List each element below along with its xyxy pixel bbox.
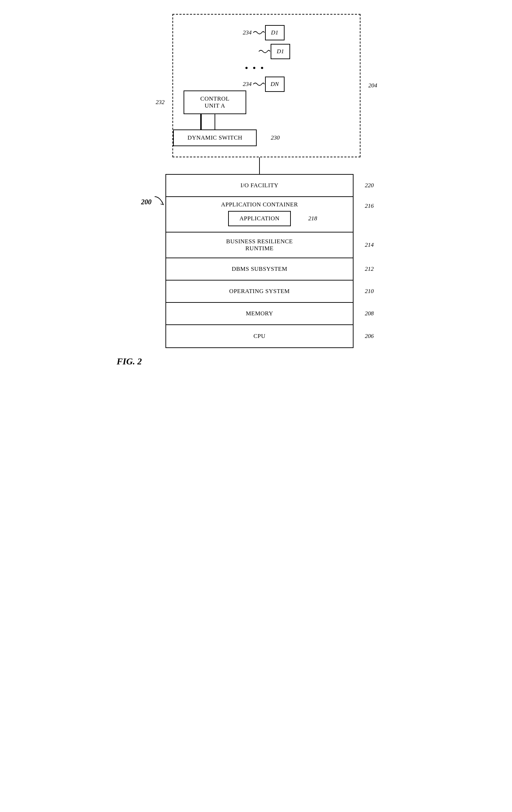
dashed-box-ref: 204 (369, 82, 378, 89)
cable-squiggle-1 (253, 29, 265, 37)
io-facility-text: I/O FACILITY (240, 176, 278, 195)
io-facility-ref: 220 (365, 182, 374, 189)
dynamic-switch-box: DYNAMIC SWITCH (173, 129, 257, 146)
channel-ref-n: 234 (243, 81, 252, 88)
dots-separator: • • • (245, 63, 288, 73)
main-system-box: I/O FACILITY 220 APPLICATION CONTAINER A… (165, 174, 354, 348)
control-unit-ref: 232 (156, 99, 165, 106)
dbms-text: DBMS SUBSYSTEM (232, 260, 287, 278)
app-container-title: APPLICATION CONTAINER (173, 201, 346, 208)
disk-dn-box: DN (265, 77, 285, 92)
disk-units-area: 234 D1 (243, 25, 290, 92)
control-unit-box: CONTROL UNIT A (184, 90, 246, 114)
dynamic-switch-label: DYNAMIC SWITCH (187, 134, 242, 141)
memory-ref: 208 (365, 310, 374, 317)
memory-layer: MEMORY 208 (166, 303, 353, 325)
dbms-ref: 212 (365, 266, 374, 273)
memory-text: MEMORY (246, 305, 273, 323)
app-container-layer: APPLICATION CONTAINER APPLICATION 218 21… (166, 197, 353, 232)
cable-squiggle-n (253, 80, 265, 88)
control-unit-text-line2: UNIT A (193, 102, 237, 109)
biz-resilience-layer: BUSINESS RESILIENCE RUNTIME 214 (166, 232, 353, 258)
channel-ref-1: 234 (243, 29, 252, 36)
dots-text: • • • (245, 63, 265, 73)
io-facility-layer: I/O FACILITY 220 (166, 175, 353, 197)
control-unit-text-line1: CONTROL (193, 95, 237, 102)
diagram-page: 234 D1 (106, 14, 406, 367)
disk-d1-box: D1 (265, 25, 285, 40)
app-inner-ref: 218 (308, 215, 317, 222)
cpu-layer: CPU 206 (166, 325, 353, 347)
switch-ref: 230 (271, 134, 280, 141)
biz-resilience-line1: BUSINESS RESILIENCE (226, 238, 293, 245)
vert-line-ctrl-switch (215, 114, 215, 129)
figure-label: FIG. 2 (117, 356, 142, 367)
os-layer: OPERATING SYSTEM 210 (166, 281, 353, 303)
disk-dn-label: DN (271, 81, 279, 88)
os-ref: 210 (365, 288, 374, 295)
application-box: APPLICATION (228, 211, 290, 226)
cpu-ref: 206 (365, 333, 374, 340)
biz-resilience-line2: RUNTIME (226, 245, 293, 252)
biz-resilience-text: BUSINESS RESILIENCE RUNTIME (226, 232, 293, 258)
cable-squiggle-2 (258, 48, 271, 55)
connector-between-boxes (259, 157, 260, 174)
biz-resilience-ref: 214 (365, 242, 374, 249)
disk-d1b-label: D1 (277, 48, 284, 55)
app-inner-wrapper: APPLICATION 218 (228, 211, 290, 226)
disk-d1-label: D1 (271, 29, 278, 36)
disk-d1b-box: D1 (271, 44, 290, 59)
system-ref-label: 200 (141, 198, 152, 206)
application-label: APPLICATION (239, 215, 279, 222)
os-text: OPERATING SYSTEM (229, 282, 290, 300)
cpu-text: CPU (254, 327, 266, 345)
app-container-ref: 216 (365, 203, 374, 210)
dbms-layer: DBMS SUBSYSTEM 212 (166, 258, 353, 281)
storage-subsystem-box: 234 D1 (172, 14, 360, 157)
